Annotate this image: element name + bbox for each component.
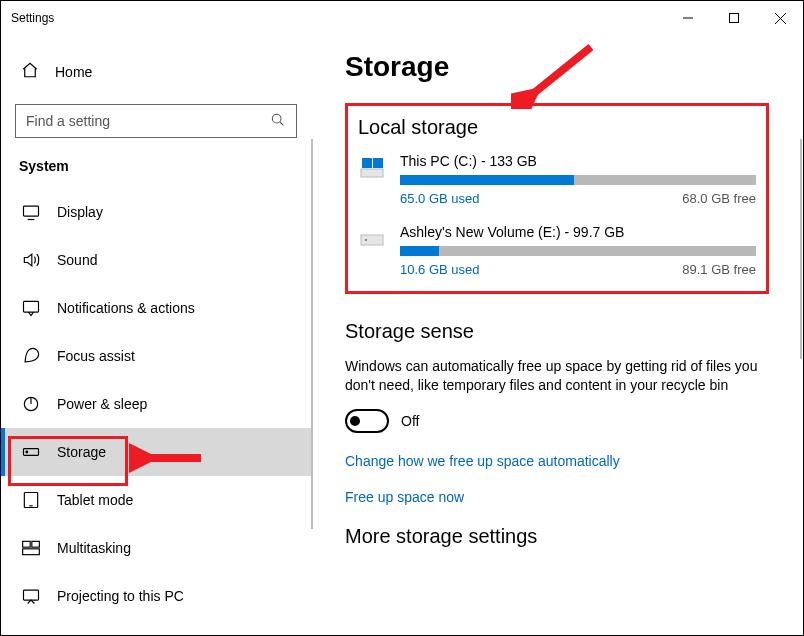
- drive-c-free: 68.0 GB free: [682, 191, 756, 206]
- maximize-button[interactable]: [711, 1, 757, 35]
- nav-multitasking[interactable]: Multitasking: [1, 524, 311, 572]
- content-pane: Storage Local storage This PC (C:) - 133…: [311, 35, 803, 635]
- nav-display[interactable]: Display: [1, 188, 311, 236]
- nav-projecting[interactable]: Projecting to this PC: [1, 572, 311, 620]
- nav-notifications[interactable]: Notifications & actions: [1, 284, 311, 332]
- nav-label: Tablet mode: [57, 492, 133, 508]
- scroll-indicator[interactable]: [800, 139, 802, 359]
- home-icon: [21, 61, 39, 82]
- nav-home-label: Home: [55, 64, 92, 80]
- drive-e-name: Ashley's New Volume (E:) - 99.7 GB: [400, 224, 756, 240]
- storage-icon: [21, 442, 41, 462]
- display-icon: [21, 202, 41, 222]
- nav-label: Power & sleep: [57, 396, 147, 412]
- drive-e-bar: [400, 246, 756, 256]
- svg-rect-15: [23, 541, 31, 547]
- nav-sound[interactable]: Sound: [1, 236, 311, 284]
- drive-c-used: 65.0 GB used: [400, 191, 480, 206]
- nav-focus-assist[interactable]: Focus assist: [1, 332, 311, 380]
- power-icon: [21, 394, 41, 414]
- close-button[interactable]: [757, 1, 803, 35]
- storage-sense-heading: Storage sense: [345, 320, 769, 343]
- more-storage-heading: More storage settings: [345, 525, 769, 548]
- link-free-up-now[interactable]: Free up space now: [345, 489, 769, 505]
- svg-point-23: [365, 239, 367, 241]
- local-storage-section: Local storage This PC (C:) - 133 GB 65.0…: [345, 103, 769, 294]
- svg-rect-6: [24, 206, 39, 216]
- storage-sense-description: Windows can automatically free up space …: [345, 357, 769, 395]
- drive-c-icon: [358, 153, 386, 206]
- multitasking-icon: [21, 538, 41, 558]
- drive-e-used: 10.6 GB used: [400, 262, 480, 277]
- tablet-icon: [21, 490, 41, 510]
- focus-assist-icon: [21, 346, 41, 366]
- storage-sense-toggle[interactable]: [345, 409, 389, 433]
- titlebar: Settings: [1, 1, 803, 35]
- nav-label: Storage: [57, 444, 106, 460]
- search-icon: [270, 112, 286, 131]
- svg-rect-8: [24, 301, 39, 312]
- scroll-indicator: [311, 139, 313, 529]
- nav-home[interactable]: Home: [1, 55, 311, 88]
- svg-rect-18: [24, 590, 39, 600]
- nav-tablet-mode[interactable]: Tablet mode: [1, 476, 311, 524]
- nav-label: Notifications & actions: [57, 300, 195, 316]
- local-storage-heading: Local storage: [358, 116, 756, 139]
- window-title: Settings: [11, 11, 54, 25]
- drive-e-icon: [358, 224, 386, 277]
- svg-rect-16: [32, 541, 40, 547]
- storage-sense-toggle-label: Off: [401, 413, 419, 429]
- drive-c-name: This PC (C:) - 133 GB: [400, 153, 756, 169]
- search-input[interactable]: Find a setting: [15, 104, 297, 138]
- svg-point-4: [272, 114, 281, 123]
- svg-rect-19: [361, 169, 383, 177]
- svg-rect-17: [23, 549, 40, 555]
- search-placeholder: Find a setting: [26, 113, 110, 129]
- nav-label: Display: [57, 204, 103, 220]
- svg-rect-1: [730, 14, 739, 23]
- minimize-button[interactable]: [665, 1, 711, 35]
- svg-rect-22: [361, 235, 383, 245]
- nav-power-sleep[interactable]: Power & sleep: [1, 380, 311, 428]
- drive-e[interactable]: Ashley's New Volume (E:) - 99.7 GB 10.6 …: [358, 224, 756, 277]
- sidebar-section: System: [1, 158, 311, 188]
- svg-line-5: [280, 122, 283, 125]
- nav-storage[interactable]: Storage: [1, 428, 311, 476]
- page-title: Storage: [345, 51, 769, 83]
- nav-label: Multitasking: [57, 540, 131, 556]
- nav-label: Focus assist: [57, 348, 135, 364]
- drive-c-bar: [400, 175, 756, 185]
- notifications-icon: [21, 298, 41, 318]
- svg-rect-21: [373, 158, 383, 168]
- drive-e-free: 89.1 GB free: [682, 262, 756, 277]
- drive-c[interactable]: This PC (C:) - 133 GB 65.0 GB used 68.0 …: [358, 153, 756, 206]
- svg-point-12: [26, 451, 28, 453]
- nav-label: Sound: [57, 252, 97, 268]
- svg-rect-20: [362, 158, 372, 168]
- sound-icon: [21, 250, 41, 270]
- projecting-icon: [21, 586, 41, 606]
- sidebar: Home Find a setting System Display: [1, 35, 311, 635]
- nav-label: Projecting to this PC: [57, 588, 184, 604]
- link-change-auto-free[interactable]: Change how we free up space automaticall…: [345, 453, 769, 469]
